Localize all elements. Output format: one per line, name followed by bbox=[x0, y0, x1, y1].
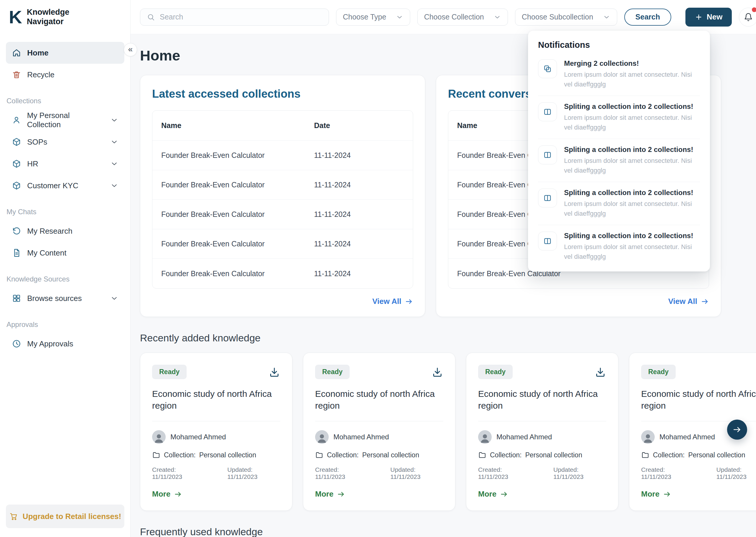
sidebar-item-recycle[interactable]: Recycle bbox=[6, 64, 124, 86]
more-link[interactable]: More bbox=[152, 489, 280, 499]
avatar bbox=[641, 430, 655, 444]
collection-value: Personal collection bbox=[688, 451, 745, 459]
collection-value: Personal collection bbox=[362, 451, 419, 459]
latest-collections-panel: Latest accessed collections Name Date Fo… bbox=[140, 75, 425, 317]
sidebar-item-customer-kyc[interactable]: Customer KYC bbox=[6, 175, 124, 196]
sidebar: « Home Recycle Collections My Personal C… bbox=[0, 34, 131, 537]
sidebar-item-my-content[interactable]: My Content bbox=[6, 242, 124, 264]
author-name: Mohamed Ahmed bbox=[659, 433, 715, 441]
knowledge-card-title: Economic study of north Africa region bbox=[152, 388, 280, 412]
knowledge-card[interactable]: Ready Economic study of north Africa reg… bbox=[140, 352, 292, 511]
knowledge-card[interactable]: Ready Economic study of north Africa reg… bbox=[303, 352, 455, 511]
split-icon bbox=[538, 188, 557, 207]
divider bbox=[315, 421, 443, 421]
app-logo: K bbox=[9, 8, 22, 26]
clock-icon bbox=[12, 339, 21, 349]
cell-name: Founder Break-Even Calculator bbox=[161, 240, 314, 248]
folder-icon bbox=[315, 451, 323, 459]
avatar-person-icon bbox=[316, 432, 328, 444]
updated-date: Updated: 11/11/2023 bbox=[227, 466, 280, 480]
chevron-down-icon[interactable] bbox=[110, 138, 118, 146]
sidebar-item-my-personal-collection[interactable]: My Personal Collection bbox=[6, 109, 124, 131]
carousel-next-button[interactable] bbox=[727, 420, 747, 440]
latest-collections-table: Name Date Founder Break-Even Calculator … bbox=[152, 110, 413, 289]
sidebar-item-browse-sources[interactable]: Browse sources bbox=[6, 287, 124, 309]
author-name: Mohamed Ahmed bbox=[170, 433, 226, 441]
notification-title: Spliting a collection into 2 collections… bbox=[564, 145, 698, 154]
notifications-panel: Notifications Merging 2 collections! Lor… bbox=[528, 31, 710, 271]
sidebar-item-my-research[interactable]: My Research bbox=[6, 220, 124, 242]
topbar-main: Choose Type Choose Collection Choose Sub… bbox=[131, 0, 756, 34]
chevron-down-icon bbox=[603, 13, 610, 21]
download-icon[interactable] bbox=[268, 366, 280, 378]
avatar bbox=[315, 430, 329, 444]
column-header-name: Name bbox=[161, 121, 314, 130]
knowledge-card[interactable]: Ready Economic study of north Africa reg… bbox=[466, 352, 618, 511]
more-link[interactable]: More bbox=[478, 489, 606, 499]
sidebar-item-sops[interactable]: SOPs bbox=[6, 131, 124, 153]
new-button[interactable]: New bbox=[686, 8, 732, 26]
choose-type-dropdown[interactable]: Choose Type bbox=[336, 9, 410, 26]
download-icon[interactable] bbox=[595, 366, 606, 378]
search-button[interactable]: Search bbox=[624, 9, 671, 26]
collection-icon bbox=[12, 137, 21, 146]
created-date: Created: 11/11/2023 bbox=[315, 466, 367, 480]
collection-label: Collection: bbox=[164, 451, 196, 459]
history-icon bbox=[12, 226, 21, 236]
view-all-link[interactable]: View All bbox=[668, 297, 709, 306]
table-row[interactable]: Founder Break-Even Calculator 11-11-2024 bbox=[153, 200, 413, 229]
notification-body: Lorem ipsum dolor sit amet consectetur. … bbox=[564, 242, 698, 262]
created-date: Created: 11/11/2023 bbox=[641, 466, 693, 480]
cart-icon bbox=[9, 512, 18, 521]
choose-collection-dropdown[interactable]: Choose Collection bbox=[417, 9, 508, 26]
notification-item[interactable]: Spliting a collection into 2 collections… bbox=[538, 96, 700, 139]
divider bbox=[152, 421, 280, 421]
notification-item[interactable]: Spliting a collection into 2 collections… bbox=[538, 139, 700, 182]
download-icon[interactable] bbox=[431, 366, 443, 378]
notification-item[interactable]: Spliting a collection into 2 collections… bbox=[538, 225, 700, 268]
chevron-down-icon[interactable] bbox=[110, 160, 118, 168]
knowledge-card-title: Economic study of north Africa region bbox=[478, 388, 606, 412]
chevron-down-icon[interactable] bbox=[110, 182, 118, 190]
more-link[interactable]: More bbox=[641, 489, 756, 499]
split-icon bbox=[538, 231, 557, 251]
collection-icon bbox=[12, 181, 21, 190]
table-row[interactable]: Founder Break-Even Calculator 11-11-2024 bbox=[153, 141, 413, 170]
choose-subcollection-dropdown[interactable]: Choose Subcollection bbox=[515, 9, 617, 26]
more-label: More bbox=[641, 489, 659, 499]
created-date: Created: 11/11/2023 bbox=[478, 466, 530, 480]
view-all-row: View All bbox=[152, 297, 413, 306]
search-icon bbox=[147, 13, 155, 21]
plus-icon bbox=[695, 13, 702, 21]
chevron-down-icon[interactable] bbox=[110, 294, 118, 303]
notification-item[interactable]: Merging 2 collections! Lorem ipsum dolor… bbox=[538, 53, 700, 96]
sidebar-item-my-approvals[interactable]: My Approvals bbox=[6, 333, 124, 355]
arrow-right-icon bbox=[337, 490, 345, 498]
folder-icon bbox=[152, 451, 160, 459]
sidebar-item-hr[interactable]: HR bbox=[6, 153, 124, 175]
global-search[interactable] bbox=[140, 9, 329, 26]
view-all-link[interactable]: View All bbox=[373, 297, 413, 306]
choose-collection-label: Choose Collection bbox=[424, 13, 484, 21]
updated-date: Updated: 11/11/2023 bbox=[716, 466, 756, 480]
table-row[interactable]: Founder Break-Even Calculator 11-11-2024 bbox=[153, 170, 413, 200]
notification-item[interactable]: Spliting a collection into 2 collections… bbox=[538, 182, 700, 225]
choose-type-label: Choose Type bbox=[343, 13, 386, 21]
table-row[interactable]: Founder Break-Even Calculator 11-11-2024 bbox=[153, 229, 413, 259]
cell-name: Founder Break-Even Calculator bbox=[161, 151, 314, 160]
sidebar-item-label: Customer KYC bbox=[27, 181, 78, 190]
sidebar-section-collections: Collections bbox=[7, 97, 122, 105]
sidebar-section-approvals: Approvals bbox=[7, 320, 122, 329]
cell-date: 11-11-2024 bbox=[314, 240, 404, 248]
notifications-title: Notifications bbox=[538, 40, 700, 50]
chevron-down-icon[interactable] bbox=[110, 116, 118, 124]
search-input[interactable] bbox=[159, 12, 322, 21]
sidebar-item-home[interactable]: Home bbox=[6, 42, 124, 64]
more-link[interactable]: More bbox=[315, 489, 443, 499]
upgrade-button[interactable]: Upgrade to Retail licenses! bbox=[6, 505, 124, 528]
sidebar-collapse-button[interactable]: « bbox=[124, 43, 137, 56]
table-row[interactable]: Founder Break-Even Calculator 11-11-2024 bbox=[153, 259, 413, 288]
app-brand: K Knowledge Navigator bbox=[0, 0, 131, 34]
notification-body: Lorem ipsum dolor sit amet consectetur. … bbox=[564, 199, 698, 218]
notifications-button[interactable] bbox=[739, 8, 756, 26]
